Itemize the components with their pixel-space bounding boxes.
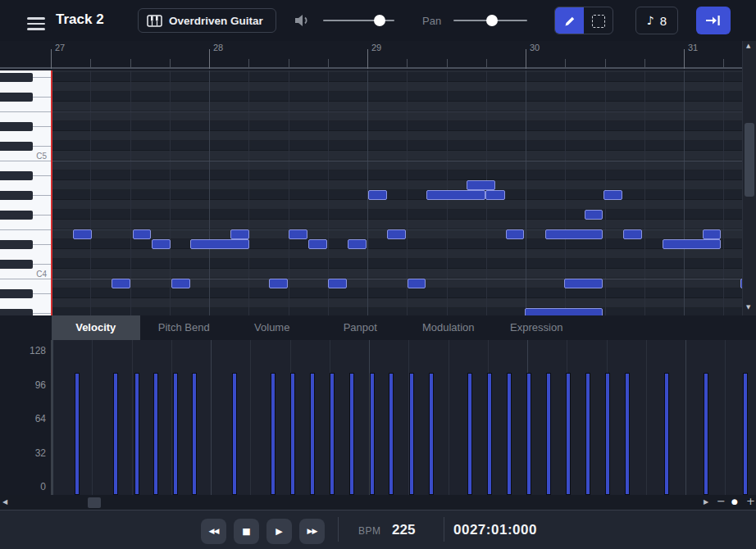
midi-note[interactable] [525, 308, 603, 315]
midi-note[interactable] [269, 279, 288, 288]
black-key[interactable] [0, 122, 33, 131]
midi-note[interactable] [112, 279, 130, 288]
velocity-bar[interactable] [467, 373, 472, 495]
tab-pitch-bend[interactable]: Pitch Bend [140, 315, 229, 340]
midi-note[interactable] [663, 239, 721, 249]
velocity-bar[interactable] [113, 373, 118, 495]
pan-slider-thumb[interactable] [486, 15, 498, 26]
velocity-chart[interactable] [51, 340, 756, 495]
velocity-bar[interactable] [290, 373, 295, 495]
velocity-bar[interactable] [192, 373, 197, 495]
vertical-scrollbar-thumb[interactable] [745, 123, 754, 197]
fast-forward-button[interactable]: ▶▶ [299, 519, 325, 544]
velocity-bar[interactable] [370, 373, 375, 495]
scroll-right-icon[interactable]: ▶ [704, 499, 708, 506]
mute-button[interactable] [294, 13, 310, 31]
autoscroll-button[interactable] [696, 7, 731, 34]
midi-note[interactable] [506, 229, 524, 239]
velocity-bar[interactable] [173, 373, 178, 495]
midi-note[interactable] [328, 279, 347, 288]
velocity-bar[interactable] [605, 373, 610, 495]
midi-note[interactable] [368, 190, 387, 200]
velocity-bar[interactable] [349, 373, 354, 495]
piano-keyboard[interactable]: C5C4 [0, 70, 51, 315]
note-grid[interactable] [51, 70, 742, 315]
black-key[interactable] [0, 260, 33, 269]
pan-slider[interactable] [453, 20, 527, 21]
velocity-bar[interactable] [566, 373, 571, 495]
velocity-bar[interactable] [487, 373, 492, 495]
menu-button[interactable] [27, 14, 45, 34]
note-duration-button[interactable]: ♪ 8 [635, 7, 678, 34]
black-key[interactable] [0, 93, 33, 102]
midi-note[interactable] [485, 190, 505, 200]
velocity-bar[interactable] [585, 373, 590, 495]
black-key[interactable] [0, 240, 33, 249]
tab-volume[interactable]: Volume [228, 315, 317, 340]
midi-note[interactable] [348, 239, 367, 249]
timeline-ruler[interactable]: 2728293031 [0, 41, 756, 69]
midi-note[interactable] [133, 229, 151, 239]
tab-expression[interactable]: Expression [493, 315, 581, 340]
instrument-button[interactable]: Overdriven Guitar [138, 8, 276, 33]
zoom-in-icon[interactable]: + [746, 496, 755, 506]
black-key[interactable] [0, 73, 33, 82]
velocity-bar[interactable] [271, 373, 276, 495]
horizontal-scrollbar-thumb[interactable] [88, 497, 101, 508]
midi-note[interactable] [387, 229, 406, 239]
velocity-bar[interactable] [232, 373, 237, 495]
midi-note[interactable] [408, 279, 426, 288]
velocity-bar[interactable] [75, 373, 80, 495]
velocity-bar[interactable] [507, 373, 512, 495]
zoom-out-icon[interactable]: − [717, 496, 726, 506]
midi-note[interactable] [623, 229, 642, 239]
tab-modulation[interactable]: Modulation [404, 315, 493, 340]
velocity-bar[interactable] [704, 373, 708, 495]
velocity-bar[interactable] [134, 373, 139, 495]
bpm-value[interactable]: 225 [392, 522, 415, 538]
midi-note[interactable] [703, 229, 721, 239]
play-button[interactable]: ▶ [266, 519, 292, 544]
vertical-scrollbar[interactable]: ▲ ▼ [742, 41, 756, 315]
horizontal-scrollbar[interactable]: ◀ ▶ − ● + [0, 495, 756, 510]
scroll-down-icon[interactable]: ▼ [746, 305, 750, 311]
velocity-bar[interactable] [389, 373, 394, 495]
midi-note[interactable] [564, 279, 603, 288]
velocity-bar[interactable] [664, 373, 669, 495]
midi-note[interactable] [585, 210, 603, 220]
velocity-bar[interactable] [625, 373, 630, 495]
black-key[interactable] [0, 191, 33, 200]
black-key[interactable] [0, 211, 33, 220]
midi-note[interactable] [230, 229, 249, 239]
midi-note[interactable] [73, 229, 92, 239]
rewind-button[interactable]: ◀◀ [201, 519, 226, 544]
black-key[interactable] [0, 309, 33, 316]
midi-note[interactable] [289, 229, 307, 239]
midi-note[interactable] [190, 239, 249, 249]
zoom-slider-dot-icon[interactable]: ● [731, 498, 738, 506]
velocity-bar[interactable] [153, 373, 158, 495]
midi-note[interactable] [152, 239, 171, 249]
midi-note[interactable] [545, 229, 603, 239]
midi-note[interactable] [308, 239, 327, 249]
velocity-bar[interactable] [330, 373, 335, 495]
velocity-bar[interactable] [409, 373, 414, 495]
velocity-bar[interactable] [310, 373, 315, 495]
velocity-bar[interactable] [429, 373, 434, 495]
velocity-bar[interactable] [546, 373, 551, 495]
select-tool-button[interactable] [584, 7, 613, 34]
velocity-bar[interactable] [526, 373, 531, 495]
black-key[interactable] [0, 142, 33, 151]
pencil-tool-button[interactable] [555, 7, 584, 34]
midi-note[interactable] [467, 180, 495, 190]
scroll-up-icon[interactable]: ▲ [746, 43, 750, 49]
tab-velocity[interactable]: Velocity [52, 315, 140, 340]
midi-note[interactable] [603, 190, 622, 200]
velocity-bar[interactable] [743, 373, 748, 495]
scroll-left-icon[interactable]: ◀ [2, 499, 7, 506]
stop-button[interactable]: ■ [234, 519, 259, 544]
midi-note[interactable] [171, 279, 190, 288]
tab-panpot[interactable]: Panpot [317, 315, 405, 340]
midi-note[interactable] [426, 190, 485, 200]
black-key[interactable] [0, 289, 33, 298]
